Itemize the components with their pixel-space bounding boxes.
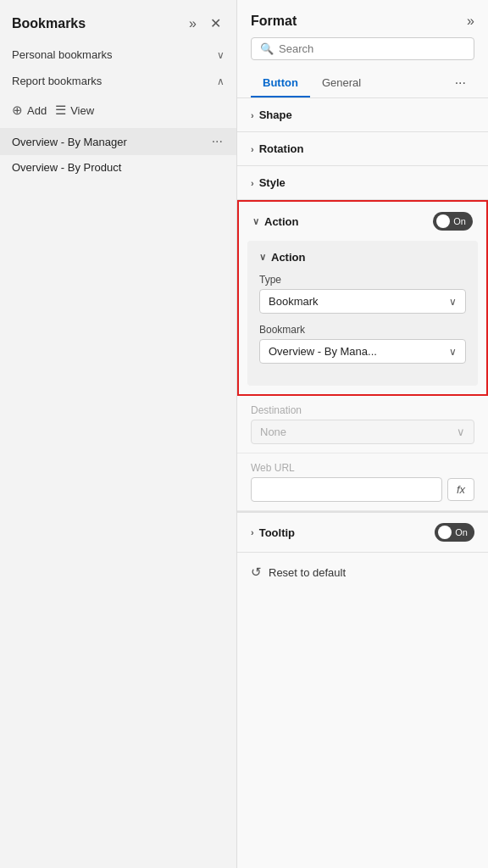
- tooltip-chevron-icon: ›: [251, 527, 254, 537]
- expand-left-button[interactable]: »: [186, 14, 200, 33]
- shape-label: Shape: [259, 108, 292, 121]
- bookmark-actions-row: ⊕ Add ☰ View: [0, 94, 236, 128]
- bookmark-item-product[interactable]: Overview - By Product: [0, 155, 236, 180]
- bookmark-item-product-label: Overview - By Product: [12, 161, 121, 174]
- search-icon: 🔍: [260, 42, 274, 55]
- action-toggle-label: On: [453, 216, 466, 226]
- bookmark-dropdown[interactable]: Overview - By Mana... ∨: [259, 339, 466, 364]
- action-inner-chevron: ∨: [259, 252, 266, 263]
- search-input[interactable]: [279, 42, 465, 55]
- action-section-header[interactable]: ∨ Action On: [239, 202, 486, 241]
- tooltip-toggle[interactable]: On: [435, 523, 474, 542]
- bookmark-item-manager-more[interactable]: ···: [210, 134, 225, 149]
- type-dropdown-chevron: ∨: [449, 296, 457, 308]
- url-row: fx: [251, 477, 474, 502]
- format-title-row: Format »: [251, 14, 474, 29]
- format-header: Format » 🔍 Button General ···: [237, 0, 488, 98]
- report-bookmarks-label: Report bookmarks: [12, 75, 102, 87]
- web-url-label: Web URL: [251, 462, 474, 474]
- style-section: › Style: [237, 166, 488, 200]
- report-bookmarks-section[interactable]: Report bookmarks ∧: [0, 68, 236, 94]
- tooltip-section-header[interactable]: › Tooltip On: [237, 513, 488, 552]
- type-dropdown[interactable]: Bookmark ∨: [259, 289, 466, 314]
- shape-chevron-icon: ›: [251, 110, 254, 120]
- rotation-label: Rotation: [259, 142, 304, 155]
- tabs-row: Button General ···: [251, 69, 474, 97]
- shape-section: › Shape: [237, 98, 488, 132]
- style-label-group: › Style: [251, 176, 286, 189]
- bookmarks-title: Bookmarks: [12, 16, 86, 31]
- destination-dropdown: None ∨: [251, 420, 474, 444]
- tab-button[interactable]: Button: [251, 70, 310, 97]
- bookmark-field-label: Bookmark: [259, 324, 466, 336]
- type-field-label: Type: [259, 274, 466, 286]
- add-bookmark-label: Add: [27, 104, 47, 117]
- add-bookmark-icon: ⊕: [12, 103, 23, 118]
- bookmark-dropdown-value: Overview - By Mana...: [269, 345, 377, 358]
- left-panel: Bookmarks » ✕ Personal bookmarks ∨ Repor…: [0, 0, 237, 868]
- bookmark-item-manager[interactable]: Overview - By Manager ···: [0, 128, 236, 155]
- personal-bookmarks-chevron: ∨: [217, 49, 225, 61]
- fx-button[interactable]: fx: [447, 478, 474, 501]
- format-title: Format: [251, 14, 297, 29]
- tab-general[interactable]: General: [310, 70, 373, 97]
- tabs-more-button[interactable]: ···: [446, 69, 474, 97]
- report-bookmarks-chevron: ∧: [217, 75, 225, 87]
- action-toggle[interactable]: On: [433, 212, 473, 231]
- rotation-section-header[interactable]: › Rotation: [237, 132, 488, 165]
- rotation-chevron-icon: ›: [251, 144, 254, 154]
- right-panel: Format » 🔍 Button General ··· › Shape › …: [237, 0, 488, 868]
- shape-section-header[interactable]: › Shape: [237, 98, 488, 131]
- tooltip-toggle-knob: [438, 526, 452, 539]
- action-inner-panel: ∨ Action Type Bookmark ∨ Bookmark Overvi…: [247, 241, 478, 386]
- tooltip-label-group: › Tooltip: [251, 526, 295, 539]
- bookmark-field-group: Bookmark Overview - By Mana... ∨: [259, 324, 466, 364]
- personal-bookmarks-section[interactable]: Personal bookmarks ∨: [0, 42, 236, 68]
- view-bookmark-button[interactable]: ☰ View: [55, 99, 103, 121]
- add-bookmark-button[interactable]: ⊕ Add: [12, 99, 55, 121]
- destination-chevron: ∨: [457, 426, 465, 438]
- header-icons: » ✕: [186, 14, 225, 33]
- personal-bookmarks-label: Personal bookmarks: [12, 48, 113, 61]
- style-section-header[interactable]: › Style: [237, 166, 488, 199]
- tooltip-label: Tooltip: [259, 526, 295, 539]
- type-field-group: Type Bookmark ∨: [259, 274, 466, 314]
- bookmarks-header: Bookmarks » ✕: [0, 0, 236, 42]
- view-bookmark-label: View: [70, 104, 94, 117]
- web-url-section: Web URL fx: [237, 453, 488, 511]
- action-inner-header: ∨ Action: [259, 251, 466, 264]
- action-label: Action: [264, 215, 298, 228]
- action-chevron-icon: ∨: [252, 216, 259, 227]
- bookmark-item-manager-label: Overview - By Manager: [12, 136, 127, 148]
- destination-value: None: [260, 426, 286, 438]
- tooltip-toggle-label: On: [455, 527, 468, 537]
- style-label: Style: [259, 176, 286, 189]
- destination-label: Destination: [251, 404, 474, 416]
- search-box: 🔍: [251, 37, 474, 60]
- reset-section[interactable]: ↺ Reset to default: [237, 553, 488, 592]
- action-section: ∨ Action On ∨ Action Type Bookmark ∨: [237, 200, 488, 396]
- action-toggle-knob: [436, 214, 450, 228]
- bookmark-dropdown-chevron: ∨: [449, 346, 457, 358]
- tooltip-section: › Tooltip On: [237, 512, 488, 553]
- destination-section: Destination None ∨: [237, 396, 488, 453]
- view-bookmark-icon: ☰: [55, 103, 66, 118]
- action-label-group: ∨ Action: [252, 215, 298, 228]
- reset-icon: ↺: [251, 565, 262, 580]
- action-inner-label: Action: [271, 251, 305, 264]
- rotation-section: › Rotation: [237, 132, 488, 166]
- close-left-button[interactable]: ✕: [207, 14, 225, 33]
- shape-label-group: › Shape: [251, 108, 292, 121]
- reset-label: Reset to default: [269, 566, 346, 579]
- style-chevron-icon: ›: [251, 178, 254, 188]
- url-input[interactable]: [251, 477, 442, 502]
- rotation-label-group: › Rotation: [251, 142, 303, 155]
- type-dropdown-value: Bookmark: [269, 295, 319, 308]
- expand-right-button[interactable]: »: [467, 14, 474, 29]
